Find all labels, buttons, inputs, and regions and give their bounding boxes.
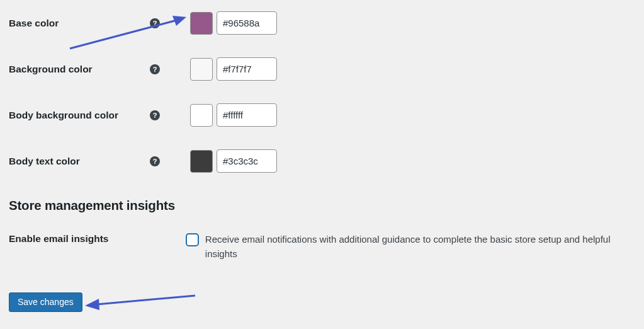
field-col [162, 11, 277, 35]
section-title: Store management insights [9, 198, 635, 213]
row-background-color: Background color ? [9, 46, 635, 92]
help-icon[interactable]: ? [150, 110, 160, 120]
checkbox-description: Receive email notifications with additio… [205, 232, 635, 262]
color-swatch[interactable] [190, 58, 213, 81]
checkbox-enable-email-insights[interactable] [186, 233, 199, 246]
arrow-icon [85, 289, 198, 315]
svg-marker-3 [85, 299, 99, 310]
row-enable-email-insights: Enable email insights Receive email noti… [9, 222, 635, 268]
row-body-text-color: Body text color ? [9, 138, 635, 184]
color-swatch[interactable] [190, 104, 213, 127]
help-icon[interactable]: ? [150, 156, 160, 166]
label-col: Base color ? [9, 18, 162, 29]
label-col: Background color ? [9, 64, 162, 75]
row-base-color: Base color ? [9, 0, 635, 46]
save-changes-button[interactable]: Save changes [9, 292, 82, 312]
field-col [162, 57, 277, 81]
label-col: Body background color ? [9, 110, 162, 121]
field-col [162, 149, 277, 173]
field-label: Body text color [9, 156, 145, 167]
hex-input[interactable] [217, 103, 277, 127]
field-label: Base color [9, 18, 145, 29]
color-swatch[interactable] [190, 12, 213, 35]
field-label: Enable email insights [9, 232, 159, 245]
svg-line-2 [96, 296, 195, 304]
help-icon[interactable]: ? [150, 64, 160, 74]
field-col: Receive email notifications with additio… [159, 232, 635, 262]
hex-input[interactable] [217, 57, 277, 81]
color-swatch[interactable] [190, 150, 213, 173]
field-label: Background color [9, 64, 145, 75]
field-label: Body background color [9, 110, 145, 121]
hex-input[interactable] [217, 149, 277, 173]
row-body-background-color: Body background color ? [9, 92, 635, 138]
help-icon[interactable]: ? [150, 18, 160, 28]
field-col [162, 103, 277, 127]
hex-input[interactable] [217, 11, 277, 35]
label-col: Body text color ? [9, 156, 162, 167]
